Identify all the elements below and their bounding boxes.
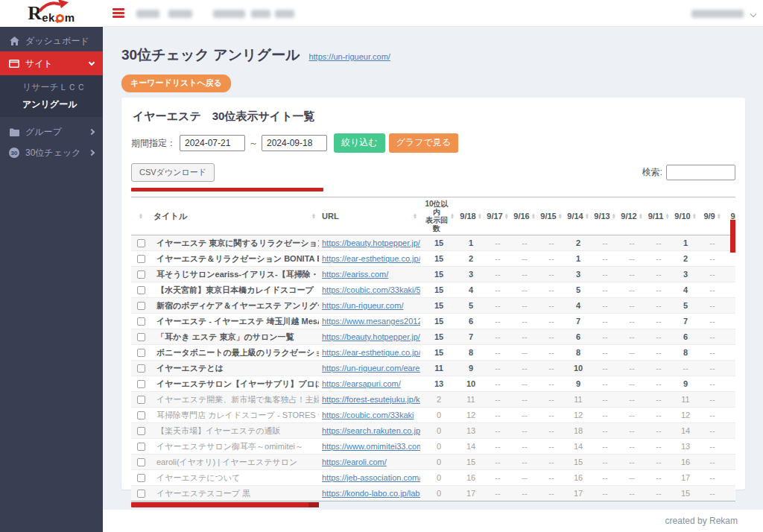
row-checkbox[interactable] — [137, 317, 145, 326]
table-row[interactable]: イヤーエステスコープ 黒 https://kondo-labo.co.jp/la… — [131, 486, 735, 501]
table-row[interactable]: イヤーエステとは https://un-rigueur.com/earesth.… — [131, 361, 735, 376]
back-to-keyword-list-button[interactable]: キーワードリストへ戻る — [121, 75, 231, 92]
site-url-link[interactable]: https://forest-esutejuku.jp/kn... — [319, 392, 420, 408]
column-header-url[interactable]: URL▲▼ — [319, 197, 420, 235]
redacted-nav-item[interactable] — [168, 10, 192, 18]
table-row[interactable]: earoli(イヤオリ) | イヤーエステサロン https://earoli.… — [131, 455, 735, 470]
csv-download-button[interactable]: CSVダウンロード — [131, 163, 215, 182]
rank-cell: 3 — [565, 267, 592, 282]
site-url-link[interactable]: https://kondo-labo.co.jp/labo/... — [319, 486, 420, 501]
row-checkbox[interactable] — [137, 270, 145, 279]
site-url-link[interactable]: https://coubic.com/33kaki — [319, 408, 420, 423]
row-checkbox[interactable] — [137, 443, 145, 451]
search-input[interactable] — [666, 165, 735, 180]
row-checkbox[interactable] — [137, 458, 145, 466]
site-url-link[interactable]: https://earoli.com/ — [319, 455, 420, 470]
rank-cell: -- — [538, 470, 565, 486]
column-header-date[interactable]: 9/16▲▼ — [511, 197, 538, 235]
row-checkbox[interactable] — [137, 411, 145, 419]
chevron-down-icon[interactable] — [750, 11, 756, 17]
table-row[interactable]: 【水天宮前】東京日本橋カレイドスコープ https://coubic.com/3… — [131, 282, 735, 298]
site-url-link[interactable]: https://earsapuri.com/ — [319, 376, 420, 392]
table-row[interactable]: 新宿のボディケア＆イヤーエステ アンリグール: トップページ https://u… — [131, 298, 735, 314]
table-row[interactable]: イヤーエステ＆リラクゼーション BONITA BONITO（... https:… — [131, 251, 735, 267]
redacted-nav-item[interactable] — [275, 10, 294, 18]
row-checkbox[interactable] — [137, 490, 145, 498]
rank-cell: -- — [726, 376, 735, 392]
row-checkbox[interactable] — [137, 427, 145, 435]
site-url-link[interactable]: https://coubic.com/33kaki/5933... — [319, 282, 420, 298]
table-row[interactable]: イヤーエステ - イヤーエステ 埼玉川越 MesAnges～... https:… — [131, 314, 735, 329]
rank-cell: 2 — [672, 251, 699, 267]
site-url-link[interactable]: https://ear-esthetique.co.jp/c... — [319, 345, 420, 361]
horizontal-scrollbar-bottom[interactable] — [131, 502, 319, 507]
site-url-link[interactable]: https://search.rakuten.co.jp/s... — [319, 423, 420, 439]
column-header-select[interactable]: ▲▼ — [131, 197, 151, 235]
column-header-date[interactable]: 9/13▲▼ — [592, 197, 618, 235]
row-checkbox[interactable] — [137, 333, 145, 341]
site-url-link[interactable]: https://beauty.hotpepper.jp/ke... — [319, 235, 420, 251]
filter-button[interactable]: 絞り込む — [334, 133, 385, 153]
horizontal-scrollbar-top[interactable] — [131, 188, 323, 191]
view-graph-button[interactable]: グラフで見る — [389, 133, 458, 153]
sidebar-item-dashboard[interactable]: ダッシュボード — [0, 31, 103, 51]
table-row[interactable]: イヤーエステサロン【イヤーサプリ】プロによる耳そうじ屋 大阪... https:… — [131, 376, 735, 392]
site-url-link[interactable]: https://jeb-association.com/?p... — [319, 470, 420, 486]
row-checkbox[interactable] — [137, 396, 145, 404]
table-row[interactable]: イヤーエステサロン御耳亭～omimitei～ https://www.omimi… — [131, 439, 735, 455]
site-url-link[interactable]: https://un-rigueur.com/earesth... — [319, 361, 420, 376]
column-header-top10-count[interactable]: 10位以内表示回数▲▼ — [420, 197, 458, 235]
table-row[interactable]: 耳そうじサロンeariss-イアリス-【耳掃除・耳かき・イヤ... https:… — [131, 267, 735, 282]
sidebar-item-research-lcc[interactable]: リサーチＬＣＣ — [0, 79, 103, 96]
column-header-date[interactable]: 9/18▲▼ — [458, 197, 484, 235]
sidebar-item-group[interactable]: グループ — [0, 121, 103, 142]
rank-cell: -- — [511, 408, 538, 423]
row-checkbox[interactable] — [137, 302, 145, 310]
column-header-title[interactable]: タイトル▲▼ — [151, 197, 319, 235]
site-url-link[interactable]: https://ear-esthetique.co.jp/ — [319, 251, 420, 267]
table-row[interactable]: イヤーエステについて https://jeb-association.com/?… — [131, 470, 735, 486]
table-row[interactable]: 耳掃除専門店 カレイドスコープ - STORES 予約(予約... https:… — [131, 408, 735, 423]
sidebar-item-30check[interactable]: 30 30位チェック — [0, 142, 103, 163]
rank-cell: 11 — [672, 392, 699, 408]
row-checkbox[interactable] — [137, 364, 145, 373]
sidebar-item-unrigueur[interactable]: アンリグール — [0, 96, 103, 113]
site-url-link[interactable]: https://www.omimitei33.com/ — [319, 439, 420, 455]
vertical-scrollbar[interactable] — [730, 220, 735, 253]
hamburger-menu-icon[interactable] — [113, 8, 124, 18]
row-checkbox[interactable] — [137, 380, 145, 388]
site-title-cell: 「耳かき エステ 東京」のサロン一覧 — [151, 329, 319, 345]
column-header-date[interactable]: 9/17▲▼ — [484, 197, 511, 235]
column-header-date[interactable]: 9/15▲▼ — [538, 197, 565, 235]
row-checkbox[interactable] — [137, 474, 145, 482]
column-header-date[interactable]: 9/10▲▼ — [672, 197, 699, 235]
site-url-link[interactable]: https://eariss.com/ — [319, 267, 420, 282]
redacted-nav-item[interactable] — [251, 10, 270, 18]
table-row[interactable]: 【楽天市場】イヤーエステの通販 https://search.rakuten.c… — [131, 423, 735, 439]
redacted-nav-item[interactable] — [213, 10, 245, 18]
site-url-link[interactable]: https://beauty.hotpepper.jp/ke... — [319, 329, 420, 345]
sort-icon: ▲▼ — [504, 213, 509, 219]
table-row[interactable]: イヤーエステ開業、新市場で集客独占！主婦や子育てとの両立も叶... https:… — [131, 392, 735, 408]
site-url-link[interactable]: https://un-rigueur.com/ — [319, 298, 420, 314]
row-checkbox[interactable] — [137, 349, 145, 357]
date-from-input[interactable] — [180, 135, 245, 151]
column-header-date[interactable]: 9/11▲▼ — [645, 197, 672, 235]
column-header-date[interactable]: 9/14▲▼ — [565, 197, 592, 235]
logo[interactable]: Rekm — [0, 0, 103, 27]
row-checkbox[interactable] — [137, 286, 145, 294]
row-checkbox[interactable] — [137, 255, 145, 263]
table-row[interactable]: 「耳かき エステ 東京」のサロン一覧 https://beauty.hotpep… — [131, 329, 735, 345]
column-header-date[interactable]: 9/9▲▼ — [699, 197, 726, 235]
row-checkbox[interactable] — [137, 239, 145, 247]
redacted-user-menu[interactable] — [691, 10, 744, 18]
site-url-link[interactable]: https://www.mesanges2012.com/ — [319, 314, 420, 329]
column-header-date[interactable]: 9/12▲▼ — [618, 197, 645, 235]
table-row[interactable]: ボニータボニートの最上級のリラクゼーション - イヤーエステ https://e… — [131, 345, 735, 361]
sidebar-item-site[interactable]: サイト — [0, 51, 103, 75]
site-url-link[interactable]: https://un-rigueur.com/ — [308, 52, 390, 61]
date-to-input[interactable] — [262, 135, 327, 151]
rank-cell: 16 — [565, 470, 592, 486]
redacted-nav-item[interactable] — [136, 10, 159, 18]
table-row[interactable]: イヤーエステ 東京に関するリラクゼーションサロン 耳かき専門... https:… — [131, 235, 735, 251]
